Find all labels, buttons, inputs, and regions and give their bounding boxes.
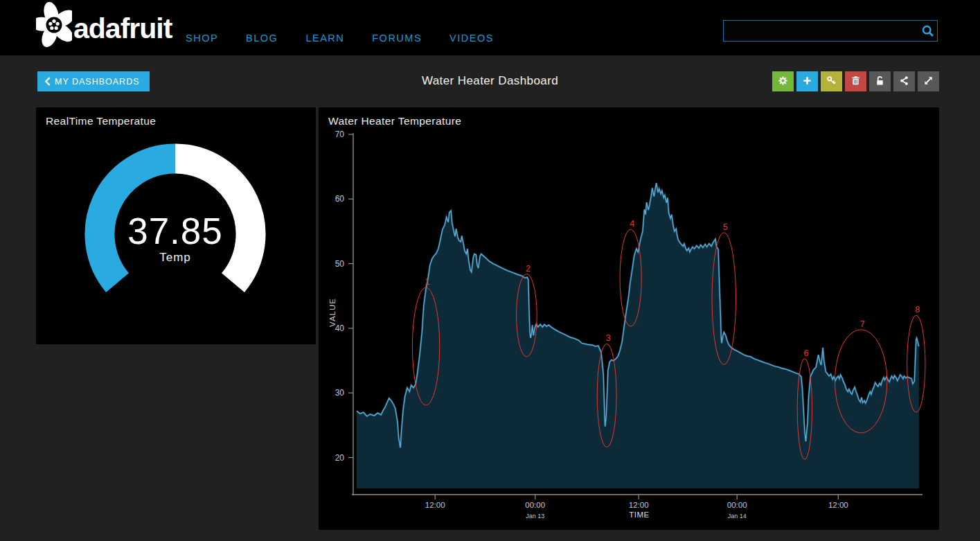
chart-block: Water Heater Temperature 706050403020VAL…	[319, 107, 939, 530]
y-tick-label: 60	[335, 194, 345, 204]
y-tick-label: 50	[335, 259, 345, 269]
adafruit-flower-icon	[36, 1, 72, 48]
search-input[interactable]	[724, 26, 919, 37]
y-tick-label: 20	[335, 453, 345, 463]
annotation-number-8: 8	[915, 305, 920, 314]
x-tick-label: 12:00	[425, 501, 445, 509]
fullscreen-button[interactable]	[918, 71, 939, 91]
y-axis-title: VALUE	[328, 298, 337, 327]
key-icon	[826, 76, 837, 88]
x-axis-title: TIME	[629, 511, 649, 519]
add-block-button[interactable]	[796, 71, 818, 91]
keys-button[interactable]	[821, 71, 842, 91]
gear-icon	[778, 76, 788, 88]
annotation-number-3: 3	[606, 333, 611, 343]
annotation-number-4: 4	[630, 219, 634, 229]
x-tick-label: 00:00	[525, 501, 545, 509]
search-box	[723, 20, 938, 42]
gauge-block: RealTime Temperatue 37.85 Temp	[36, 107, 316, 344]
search-icon[interactable]	[919, 22, 937, 40]
chart-area	[357, 183, 919, 488]
site-header: adafruit SHOPBLOGLEARNFORUMSVIDEOS	[0, 0, 980, 55]
trash-icon	[850, 76, 861, 88]
annotation-number-7: 7	[860, 319, 865, 329]
delete-button[interactable]	[845, 71, 866, 91]
nav-link-videos[interactable]: VIDEOS	[449, 33, 494, 44]
nav-link-shop[interactable]: SHOP	[186, 33, 218, 44]
annotation-number-2: 2	[526, 264, 531, 274]
logo-wordmark: adafruit	[73, 12, 172, 45]
nav-link-forums[interactable]: FORUMS	[372, 33, 422, 44]
x-tick-sublabel: Jan 14	[728, 513, 747, 520]
annotation-number-1: 1	[425, 277, 430, 287]
dashboard-toolbar	[772, 71, 939, 91]
unlock-icon	[875, 76, 885, 88]
y-tick-label: 70	[335, 130, 345, 139]
chart-title: Water Heater Temperature	[328, 115, 461, 127]
temperature-gauge: 37.85 Temp	[36, 107, 316, 344]
share-icon	[899, 76, 909, 88]
x-tick-label: 12:00	[629, 501, 649, 509]
main-nav: SHOPBLOGLEARNFORUMSVIDEOS	[186, 33, 494, 44]
nav-link-blog[interactable]: BLOG	[246, 33, 278, 44]
settings-button[interactable]	[772, 71, 794, 91]
adafruit-logo[interactable]: adafruit	[36, 1, 172, 48]
expand-icon	[923, 76, 934, 88]
gauge-value: 37.85	[127, 211, 223, 251]
y-tick-label: 30	[335, 388, 345, 398]
gauge-title: RealTime Temperatue	[46, 115, 156, 127]
nav-link-learn[interactable]: LEARN	[305, 33, 344, 44]
temperature-chart: 706050403020VALUE12:0000:00Jan 1312:0000…	[319, 107, 939, 530]
annotation-number-5: 5	[723, 222, 728, 232]
x-tick-label: 00:00	[727, 501, 747, 509]
x-tick-label: 12:00	[828, 501, 848, 509]
gauge-label: Temp	[159, 251, 191, 264]
annotation-number-6: 6	[803, 348, 808, 358]
share-button[interactable]	[893, 71, 915, 91]
plus-icon	[802, 76, 812, 88]
x-tick-sublabel: Jan 13	[526, 513, 544, 520]
privacy-button[interactable]	[869, 71, 891, 91]
